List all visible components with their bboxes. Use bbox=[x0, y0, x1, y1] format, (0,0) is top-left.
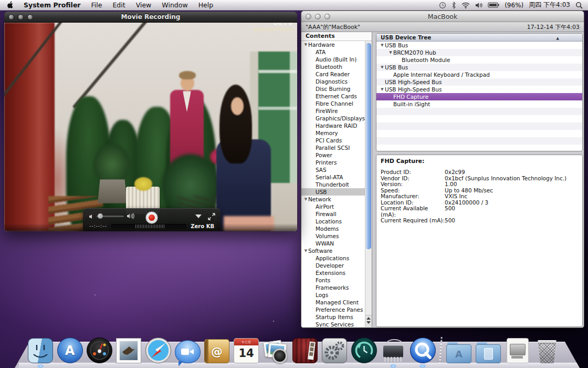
dock-quicktime-icon[interactable] bbox=[410, 336, 436, 363]
disclosure-triangle-icon[interactable]: ▼ bbox=[303, 196, 308, 203]
wifi-menu-icon[interactable] bbox=[461, 2, 470, 8]
sidebar-item-card-reader[interactable]: Card Reader bbox=[301, 70, 365, 78]
sidebar-item-wwan[interactable]: WWAN bbox=[301, 240, 365, 247]
disclosure-triangle-icon[interactable] bbox=[388, 71, 393, 78]
sidebar-scroll-up-icon[interactable] bbox=[366, 317, 371, 320]
tree-row-usb-bus[interactable]: ▼USB Bus bbox=[376, 42, 582, 49]
sidebar-scrollbar[interactable] bbox=[365, 41, 372, 327]
sidebar-item-serial-ata[interactable]: Serial-ATA bbox=[301, 173, 365, 181]
sidebar-item-software[interactable]: ▼Software bbox=[301, 247, 365, 254]
dock-finder-icon[interactable] bbox=[27, 336, 54, 363]
tree-row-brcm2070-hub[interactable]: ▼BRCM2070 Hub bbox=[376, 49, 582, 56]
tree-row-usb-high-speed-bus[interactable]: USB High-Speed Bus bbox=[376, 78, 582, 86]
apple-menu-icon[interactable] bbox=[0, 1, 18, 9]
sidebar-item-pci-cards[interactable]: PCI Cards bbox=[301, 137, 365, 144]
sidebar-item-thunderbolt[interactable]: Thunderbolt bbox=[301, 181, 365, 188]
sidebar-item-applications[interactable]: Applications bbox=[301, 254, 365, 262]
dock-folder-docs-icon[interactable] bbox=[475, 336, 501, 363]
time-machine-menu-icon[interactable] bbox=[439, 2, 446, 9]
sidebar-scrollbar-thumb[interactable] bbox=[366, 43, 371, 249]
sidebar-item-graphics-displays[interactable]: Graphics/Displays bbox=[301, 115, 365, 122]
tree-row-apple-internal-keyboard-trackpad[interactable]: Apple Internal Keyboard / Trackpad bbox=[376, 71, 582, 78]
sidebar-item-volumes[interactable]: Volumes bbox=[301, 232, 365, 240]
disclosure-triangle-icon[interactable]: ▼ bbox=[380, 64, 385, 71]
options-dropdown-icon[interactable] bbox=[195, 214, 202, 218]
sidebar-item-diagnostics[interactable]: Diagnostics bbox=[301, 78, 365, 85]
dock-iphoto-icon[interactable] bbox=[262, 336, 289, 363]
disclosure-triangle-icon[interactable]: ▼ bbox=[380, 42, 385, 49]
disclosure-triangle-icon[interactable]: ▼ bbox=[380, 86, 385, 93]
fullscreen-icon[interactable] bbox=[208, 212, 215, 222]
sidebar-item-frameworks[interactable]: Frameworks bbox=[301, 284, 365, 291]
menu-edit[interactable]: Edit bbox=[107, 1, 130, 9]
sidebar-item-logs[interactable]: Logs bbox=[301, 291, 365, 299]
battery-percent[interactable]: (96%) bbox=[505, 2, 523, 9]
sidebar-item-managed-client[interactable]: Managed Client bbox=[301, 299, 365, 306]
sidebar-item-hardware[interactable]: ▼Hardware bbox=[301, 41, 365, 48]
disclosure-triangle-icon[interactable] bbox=[388, 100, 393, 108]
sidebar-item-airport[interactable]: AirPort bbox=[301, 203, 365, 210]
menu-view[interactable]: View bbox=[131, 1, 157, 9]
sidebar-item-hardware-raid[interactable]: Hardware RAID bbox=[301, 122, 365, 129]
sidebar-item-audio-built-in-[interactable]: Audio (Built In) bbox=[301, 56, 365, 63]
tree-row-built-in-isight[interactable]: Built-in iSight bbox=[376, 100, 582, 108]
sidebar-item-memory[interactable]: Memory bbox=[301, 129, 365, 137]
menu-file[interactable]: File bbox=[86, 1, 108, 9]
sidebar-item-fonts[interactable]: Fonts bbox=[301, 277, 365, 284]
menu-clock[interactable]: 周四 下午4:03 bbox=[529, 1, 570, 9]
disclosure-triangle-icon[interactable] bbox=[388, 93, 393, 100]
sidebar-item-fibre-channel[interactable]: Fibre Channel bbox=[301, 100, 365, 107]
dock-disk-icon[interactable] bbox=[505, 336, 531, 363]
dock-safari-icon[interactable] bbox=[145, 336, 171, 363]
menu-help[interactable]: Help bbox=[193, 1, 219, 9]
disclosure-triangle-icon[interactable] bbox=[380, 78, 385, 86]
dock-dashboard-icon[interactable] bbox=[86, 336, 112, 363]
dock-photobooth-icon[interactable] bbox=[292, 336, 318, 363]
usb-device-tree-header[interactable]: USB Device Tree ▲ bbox=[376, 34, 582, 42]
tree-row-fhd-capture[interactable]: FHD Capture bbox=[376, 93, 582, 100]
disclosure-triangle-icon[interactable]: ▼ bbox=[388, 49, 393, 56]
bluetooth-menu-icon[interactable] bbox=[452, 2, 456, 9]
sidebar-item-disc-burning[interactable]: Disc Burning bbox=[301, 85, 365, 93]
sidebar-item-ethernet-cards[interactable]: Ethernet Cards bbox=[301, 93, 365, 100]
tree-row-bluetooth-module[interactable]: Bluetooth Module bbox=[376, 56, 582, 64]
sidebar-item-startup-items[interactable]: Startup Items bbox=[301, 313, 365, 321]
dock-appstore-icon[interactable]: A bbox=[57, 336, 83, 363]
sidebar-item-developer[interactable]: Developer bbox=[301, 262, 365, 269]
spotlight-icon[interactable] bbox=[575, 2, 583, 9]
active-app-name[interactable]: System Profiler bbox=[18, 1, 86, 9]
sidebar-item-sas[interactable]: SAS bbox=[301, 166, 365, 173]
sidebar-item-sync-services[interactable]: Sync Services bbox=[301, 321, 365, 327]
sidebar-scroll-down-icon[interactable] bbox=[366, 321, 371, 324]
menu-window[interactable]: Window bbox=[156, 1, 193, 9]
dock-timemachine-icon[interactable] bbox=[351, 336, 377, 363]
sidebar-item-modems[interactable]: Modems bbox=[301, 225, 365, 232]
sidebar-item-printers[interactable]: Printers bbox=[301, 159, 365, 166]
dock-sysprefs-icon[interactable] bbox=[321, 336, 348, 363]
dock-addressbook-icon[interactable]: @ bbox=[204, 336, 230, 363]
dock-ical-icon[interactable]: 十二月14 bbox=[233, 336, 259, 363]
disclosure-triangle-icon[interactable] bbox=[396, 56, 402, 64]
sidebar-item-power[interactable]: Power bbox=[301, 151, 365, 159]
dock-ichat-icon[interactable] bbox=[174, 336, 201, 363]
disclosure-triangle-icon[interactable]: ▼ bbox=[303, 41, 308, 48]
profiler-titlebar[interactable]: MacBook bbox=[301, 11, 584, 22]
disclosure-triangle-icon[interactable]: ▼ bbox=[303, 247, 308, 254]
volume-slider[interactable] bbox=[97, 216, 124, 217]
dock-mail-icon[interactable] bbox=[116, 336, 142, 363]
dock-sysprofiler-icon[interactable] bbox=[380, 336, 406, 363]
volume-slider-knob[interactable] bbox=[98, 213, 103, 219]
movie-window-titlebar[interactable]: Movie Recording bbox=[4, 12, 297, 23]
sidebar-item-parallel-scsi[interactable]: Parallel SCSI bbox=[301, 144, 365, 151]
sidebar-item-bluetooth[interactable]: Bluetooth bbox=[301, 63, 365, 70]
battery-menu-icon[interactable] bbox=[488, 2, 499, 8]
sidebar-item-locations[interactable]: Locations bbox=[301, 218, 365, 225]
dock-trash-icon[interactable] bbox=[534, 336, 560, 363]
volume-menu-icon[interactable] bbox=[475, 2, 482, 8]
sidebar-item-ata[interactable]: ATA bbox=[301, 48, 365, 56]
sidebar-item-extensions[interactable]: Extensions bbox=[301, 269, 365, 277]
sidebar-item-network[interactable]: ▼Network bbox=[301, 196, 365, 203]
sidebar-item-firewire[interactable]: FireWire bbox=[301, 107, 365, 115]
dock-folder-apps-icon[interactable]: A bbox=[446, 336, 472, 363]
tree-row-usb-high-speed-bus[interactable]: ▼USB High-Speed Bus bbox=[376, 86, 582, 93]
